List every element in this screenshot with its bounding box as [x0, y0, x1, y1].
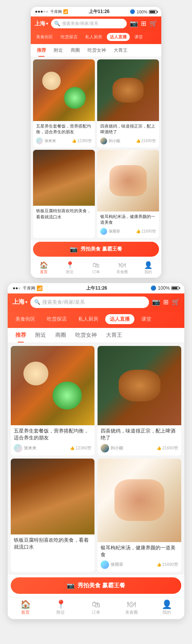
- like-count-2: 21690赞: [141, 138, 156, 144]
- cat-tab-private-kitchen-2[interactable]: 私人厨房: [74, 314, 103, 324]
- sub-tab-nearby-2[interactable]: 附近: [31, 328, 51, 342]
- cat-tab-food-street[interactable]: 美食街区: [33, 33, 56, 41]
- card-title-3: 铁板豆腐特别喜欢吃的美食，看着就流口水: [36, 208, 92, 220]
- like-icon-2-1: 👍: [70, 446, 74, 450]
- nav-feed-2[interactable]: 🍽 美食圈: [114, 600, 149, 615]
- nav-orders-2[interactable]: 🛍 订单: [78, 600, 114, 615]
- sub-tab-mall[interactable]: 商圈: [67, 44, 84, 57]
- food-card-3[interactable]: 铁板豆腐特别喜欢吃的美食，看着就流口水: [33, 150, 95, 238]
- scan-icon[interactable]: ⊞: [141, 20, 146, 28]
- search-icon-2: 🔍: [34, 299, 40, 305]
- search-icon: 🔍: [54, 21, 60, 26]
- avatar-2-2: [101, 444, 109, 452]
- bottom-nav-1: 🏠 首页 📍 附近 🛍 订单 🍽 美食圈 👤 我的: [31, 259, 161, 278]
- sub-tab-recommend-2[interactable]: 推荐: [11, 328, 31, 342]
- bottom-nav-2: 🏠 首页 📍 附近 🛍 订单 🍽 美食圈 👤 我的: [8, 597, 184, 619]
- nav-home-label-2: 首页: [21, 610, 30, 615]
- city-selector[interactable]: 上海: [35, 20, 48, 27]
- card-title-2-2: 四喜烧鸡，味道很正宗，配上啤酒绝了: [101, 428, 178, 441]
- like-icon-1: 👍: [72, 139, 76, 143]
- avatar-2-4: [101, 560, 109, 569]
- camera-banner-icon-2: 📷: [67, 582, 74, 589]
- card-body-4: 银耳枸杞米汤，健康养颜的一道美食 张雨菲 👍 21690赞: [97, 211, 159, 238]
- likes-2: 👍 21690赞: [136, 138, 156, 144]
- sub-tab-goddess-2[interactable]: 吃货女神: [71, 328, 101, 342]
- food-card-2-3[interactable]: 铁板豆腐特别喜欢吃的美食，看着就流口水: [11, 459, 94, 572]
- nav-orders-1[interactable]: 🛍 订单: [83, 262, 109, 275]
- like-count-4: 21690赞: [141, 229, 156, 234]
- nav-home-1[interactable]: 🏠 首页: [31, 262, 57, 275]
- battery-icon-2: [171, 286, 179, 290]
- nav-nearby-2[interactable]: 📍 附近: [43, 600, 78, 615]
- like-count-1: 12380赞: [77, 138, 92, 144]
- card-title-1: 五星养生套餐饭，营养搭配均衡，适合养生的朋友: [36, 123, 92, 135]
- user-info-4: 张雨菲: [100, 228, 120, 235]
- user-info-2: 刘小能: [100, 138, 120, 144]
- food-card-4[interactable]: 银耳枸杞米汤，健康养颜的一道美食 张雨菲 👍 21690赞: [97, 150, 159, 238]
- cat-tab-food-street-2[interactable]: 美食街区: [11, 314, 40, 324]
- sub-tab-mall-2[interactable]: 商圈: [51, 328, 71, 342]
- user-info-2-2: 刘小能: [101, 444, 123, 452]
- like-count-2-4: 21690赞: [162, 562, 178, 567]
- search-bar-2[interactable]: 🔍 搜索美食/商家/菜系: [30, 297, 149, 308]
- card-body-2-1: 五星养生套餐饭，营养搭配均衡，适合养生的朋友 张米米 👍 12380赞: [11, 425, 94, 455]
- sub-tab-nearby[interactable]: 附近: [50, 44, 67, 57]
- status-left: 千库网 📶: [35, 9, 68, 15]
- food-card-2-1[interactable]: 五星养生套餐饭，营养搭配均衡，适合养生的朋友 张米米 👍 12380赞: [11, 346, 94, 456]
- camera-nav-icon-2[interactable]: 📷: [152, 298, 160, 306]
- food-image-2-1: [11, 346, 94, 426]
- promo-banner-1[interactable]: 📷 秀拍美食 赢霸王餐: [33, 242, 159, 257]
- bluetooth-icon-2: 🔵: [151, 285, 156, 291]
- food-card-2[interactable]: 四喜烧鸡，味道很正宗，配上啤酒绝了 刘小能 👍 21690赞: [97, 59, 159, 147]
- search-bar-1[interactable]: 🔍 搜索美食/商家/菜系: [51, 19, 127, 28]
- search-placeholder-2: 搜索美食/商家/菜系: [42, 299, 85, 306]
- like-icon-4: 👍: [136, 229, 141, 233]
- cat-tab-live[interactable]: 达人直播: [107, 33, 130, 41]
- status-left-2: 千库网 📶: [13, 285, 43, 291]
- city-selector-2[interactable]: 上海: [12, 298, 27, 306]
- cat-tab-class-2[interactable]: 课堂: [137, 314, 156, 324]
- food-card-1[interactable]: 五星养生套餐饭，营养搭配均衡，适合养生的朋友 张米米 👍 12380赞: [33, 59, 95, 147]
- battery-label: 100%: [137, 10, 147, 14]
- cart-icon-2[interactable]: 🛒: [172, 298, 180, 306]
- content-grid-2: 五星养生套餐饭，营养搭配均衡，适合养生的朋友 张米米 👍 12380赞 四喜烧鸡…: [8, 343, 184, 575]
- user-info-1: 张米米: [36, 138, 56, 144]
- cat-tab-class[interactable]: 课堂: [131, 33, 146, 41]
- nav-home-2[interactable]: 🏠 首页: [8, 600, 43, 615]
- card-title-2-3: 铁板豆腐特别喜欢吃的美食，看着就流口水: [14, 537, 91, 551]
- time-display: 上午11:26: [89, 8, 110, 15]
- battery-icon: [149, 10, 157, 14]
- nav-profile-label-1: 我的: [144, 269, 152, 275]
- sub-tab-big-eater[interactable]: 大胃王: [110, 44, 131, 57]
- promo-banner-2[interactable]: 📷 秀拍美食 赢霸王餐: [11, 577, 181, 594]
- username-2-1: 张米米: [24, 445, 36, 451]
- food-card-2-2[interactable]: 四喜烧鸡，味道很正宗，配上啤酒绝了 刘小能 👍 21690赞: [98, 346, 181, 456]
- battery-label-2: 100%: [158, 285, 170, 291]
- card-title-2-1: 五星养生套餐饭，营养搭配均衡，适合养生的朋友: [14, 428, 91, 441]
- wifi-icon: 📶: [63, 9, 68, 14]
- cat-tab-live-2[interactable]: 达人直播: [105, 314, 134, 324]
- phone-frame-2: 千库网 📶 上午11:26 🔵 100% 上海 🔍 搜索美食/商家/菜系 📷 ⊞…: [8, 283, 184, 619]
- sub-tabs-1: 推荐 附近 商圈 吃货女神 大胃王: [31, 44, 161, 57]
- username-2: 刘小能: [109, 138, 120, 144]
- cart-icon[interactable]: 🛒: [149, 20, 157, 28]
- camera-nav-icon[interactable]: 📷: [130, 20, 138, 28]
- nav-feed-1[interactable]: 🍽 美食圈: [109, 262, 135, 275]
- cat-tab-explore[interactable]: 吃货探店: [58, 33, 81, 41]
- sub-tabs-2: 推荐 附近 商圈 吃货女神 大胃王: [8, 328, 184, 343]
- cat-tab-explore-2[interactable]: 吃货探店: [42, 314, 71, 324]
- feed-icon: 🍽: [119, 262, 126, 269]
- sub-tab-goddess[interactable]: 吃货女神: [84, 44, 110, 57]
- card-footer-2-4: 张雨菲 👍 21690赞: [101, 560, 178, 569]
- cat-tab-private-kitchen[interactable]: 私人厨房: [82, 33, 105, 41]
- likes-2-1: 👍 12380赞: [70, 445, 91, 451]
- carrier-label-2: 千库网: [23, 285, 35, 291]
- nav-profile-1[interactable]: 👤 我的: [135, 262, 161, 275]
- food-card-2-4[interactable]: 银耳枸杞米汤，健康养颜的一道美食 张雨菲 👍 21690赞: [98, 459, 181, 572]
- sub-tab-big-eater-2[interactable]: 大胃王: [101, 328, 127, 342]
- scan-icon-2[interactable]: ⊞: [163, 298, 169, 306]
- nav-nearby-1[interactable]: 📍 附近: [57, 262, 83, 275]
- avatar-4: [100, 228, 107, 235]
- nav-profile-2[interactable]: 👤 我的: [149, 600, 184, 615]
- sub-tab-recommend[interactable]: 推荐: [33, 44, 50, 57]
